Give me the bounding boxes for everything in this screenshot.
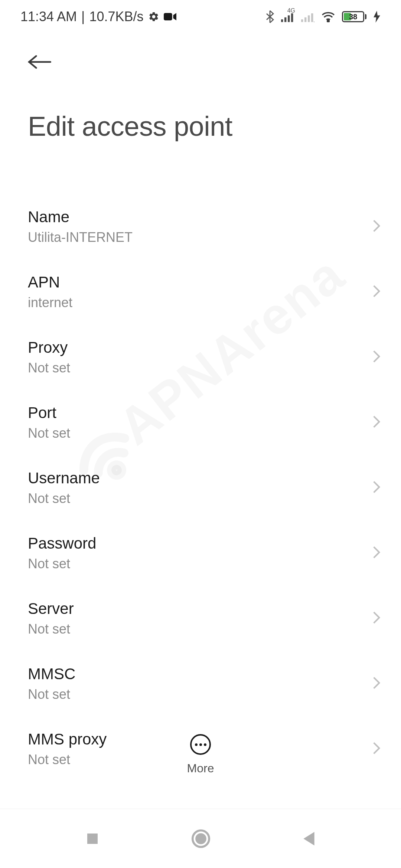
more-button[interactable]: More bbox=[187, 734, 214, 775]
setting-value: Not set bbox=[28, 360, 372, 376]
more-icon bbox=[190, 734, 211, 755]
setting-value: Not set bbox=[28, 491, 372, 506]
setting-label: Proxy bbox=[28, 339, 372, 356]
status-right: 4G ✕ 38 bbox=[265, 10, 381, 23]
triangle-left-icon bbox=[301, 831, 316, 847]
chevron-right-icon bbox=[372, 676, 381, 691]
square-icon bbox=[85, 831, 100, 846]
setting-value: Not set bbox=[28, 556, 372, 572]
bluetooth-icon bbox=[265, 10, 274, 23]
status-speed: 10.7KB/s bbox=[89, 9, 143, 24]
svg-rect-2 bbox=[284, 17, 286, 22]
setting-proxy[interactable]: Proxy Not set bbox=[28, 325, 381, 390]
setting-apn[interactable]: APN internet bbox=[28, 259, 381, 325]
status-time: 11:34 AM bbox=[20, 9, 77, 24]
status-separator: | bbox=[81, 9, 85, 24]
svg-rect-6 bbox=[304, 17, 306, 22]
setting-label: MMSC bbox=[28, 665, 372, 683]
wifi-icon bbox=[321, 11, 335, 22]
setting-value: internet bbox=[28, 295, 372, 310]
bottom-action-bar: More bbox=[0, 734, 401, 775]
nav-home-button[interactable] bbox=[191, 829, 211, 848]
settings-list: Name Utilita-INTERNET APN internet Proxy… bbox=[0, 194, 401, 782]
status-bar: 11:34 AM | 10.7KB/s 4G ✕ 38 bbox=[0, 0, 401, 33]
setting-label: Password bbox=[28, 535, 372, 552]
videocam-icon bbox=[164, 11, 176, 22]
setting-name[interactable]: Name Utilita-INTERNET bbox=[28, 194, 381, 259]
header: Edit access point bbox=[0, 33, 401, 157]
chevron-right-icon bbox=[372, 545, 381, 561]
back-button[interactable] bbox=[28, 54, 52, 70]
setting-label: Username bbox=[28, 469, 372, 487]
setting-label: APN bbox=[28, 273, 372, 291]
setting-value: Not set bbox=[28, 621, 372, 637]
setting-value: Not set bbox=[28, 687, 372, 702]
battery-icon: 38 bbox=[342, 11, 366, 22]
signal-nosim-icon: ✕ bbox=[301, 11, 314, 22]
svg-rect-13 bbox=[87, 834, 98, 844]
svg-rect-3 bbox=[288, 15, 290, 22]
nav-back-button[interactable] bbox=[301, 831, 316, 847]
setting-server[interactable]: Server Not set bbox=[28, 586, 381, 651]
setting-mmsc[interactable]: MMSC Not set bbox=[28, 651, 381, 716]
setting-username[interactable]: Username Not set bbox=[28, 455, 381, 520]
gear-icon bbox=[148, 11, 159, 22]
svg-point-10 bbox=[327, 20, 329, 22]
setting-label: Server bbox=[28, 600, 372, 618]
setting-label: Name bbox=[28, 208, 372, 226]
chevron-right-icon bbox=[372, 349, 381, 365]
page-title: Edit access point bbox=[28, 111, 381, 142]
chevron-right-icon bbox=[372, 219, 381, 234]
chevron-right-icon bbox=[372, 480, 381, 496]
svg-rect-4 bbox=[291, 13, 293, 22]
svg-point-15 bbox=[195, 833, 206, 844]
svg-rect-5 bbox=[301, 19, 303, 22]
signal-4g-icon: 4G bbox=[281, 11, 294, 22]
chevron-right-icon bbox=[372, 284, 381, 300]
setting-label: Port bbox=[28, 404, 372, 422]
nav-recent-button[interactable] bbox=[85, 831, 100, 846]
arrow-left-icon bbox=[28, 54, 52, 70]
circle-icon bbox=[191, 829, 211, 848]
setting-port[interactable]: Port Not set bbox=[28, 390, 381, 455]
charging-icon bbox=[373, 11, 381, 23]
status-left: 11:34 AM | 10.7KB/s bbox=[20, 9, 176, 24]
setting-value: Not set bbox=[28, 425, 372, 441]
more-label: More bbox=[187, 762, 214, 775]
svg-rect-7 bbox=[308, 15, 310, 22]
system-nav-bar bbox=[0, 809, 401, 868]
setting-value: Utilita-INTERNET bbox=[28, 230, 372, 245]
setting-password[interactable]: Password Not set bbox=[28, 520, 381, 586]
svg-text:✕: ✕ bbox=[313, 20, 314, 22]
svg-rect-1 bbox=[281, 19, 283, 22]
chevron-right-icon bbox=[372, 415, 381, 430]
chevron-right-icon bbox=[372, 611, 381, 626]
svg-rect-0 bbox=[164, 13, 172, 20]
